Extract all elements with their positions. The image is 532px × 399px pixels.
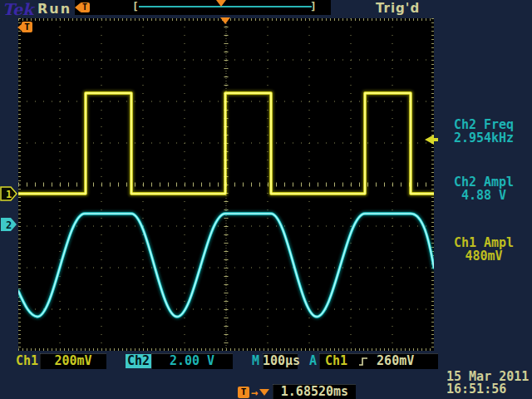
record-trigger-time-marker: T (75, 2, 90, 12)
ch1-trace-body (18, 93, 434, 194)
t-marker-icon: T (22, 22, 32, 32)
trigger-level-value: 260mV (377, 353, 414, 369)
svg-text:1: 1 (6, 189, 12, 200)
graticule (18, 18, 434, 351)
record-window-left-bracket: [ (132, 1, 139, 12)
trigger-time-marker: T (17, 22, 32, 32)
record-view-strip: T [ ] (75, 0, 331, 15)
time-readout: 16:51:56 (446, 383, 506, 396)
left-arrow-icon (425, 135, 434, 145)
timebase-readout: 100µs (263, 353, 298, 369)
ch2-trace-glow (18, 214, 434, 317)
record-trigger-position-icon (216, 0, 226, 7)
trigger-mode-label: A (309, 353, 317, 369)
ch1-label: Ch1 (16, 353, 38, 369)
timebase-label: M (252, 353, 259, 369)
measurement-ch2-freq: Ch2 Freq 2.954kHz (436, 119, 532, 145)
rising-edge-icon (358, 357, 368, 367)
svg-text:2: 2 (6, 219, 12, 231)
trigger-readout: Ch1 260mV (319, 353, 438, 369)
acquisition-status: Run (37, 1, 71, 17)
delay-value: 1.68520ms (273, 384, 356, 399)
down-triangle-icon (259, 389, 269, 396)
delay-readout-row: T → 1.68520ms (238, 384, 356, 399)
ch1-trace (18, 93, 434, 194)
ch2-position-marker: 2 (0, 217, 18, 232)
trigger-source: Ch1 (325, 353, 347, 369)
ch2-trace-core (18, 214, 434, 317)
right-arrow-icon: → (251, 387, 258, 398)
measurement-value: 2.954kHz (436, 132, 532, 145)
ch1-scale-readout: 200mV (40, 353, 106, 369)
trigger-status: Trig'd (376, 1, 420, 16)
oscilloscope-screen: Tek Run Trig'd T [ ] (0, 0, 532, 399)
measurement-ch2-ampl: Ch2 Ampl 4.88 V (436, 176, 532, 202)
ch1-position-marker: 1 (0, 186, 18, 201)
ch2-scale-readout: 2.00 V (151, 353, 233, 369)
trigger-position-icon (220, 17, 230, 24)
t-marker-icon: T (80, 2, 90, 12)
measurement-ch1-ampl: Ch1 Ampl 480mV (436, 237, 532, 263)
measurement-value: 480mV (436, 250, 532, 264)
ch2-trace-body (18, 214, 434, 317)
ch2-trace (18, 214, 434, 317)
record-window-right-bracket: ] (310, 1, 317, 12)
waveform-layer (18, 18, 434, 351)
measurement-value: 4.88 V (436, 190, 532, 203)
t-marker-icon: T (238, 387, 249, 398)
ch2-label: Ch2 (126, 354, 151, 368)
tek-logo: Tek (2, 0, 33, 18)
